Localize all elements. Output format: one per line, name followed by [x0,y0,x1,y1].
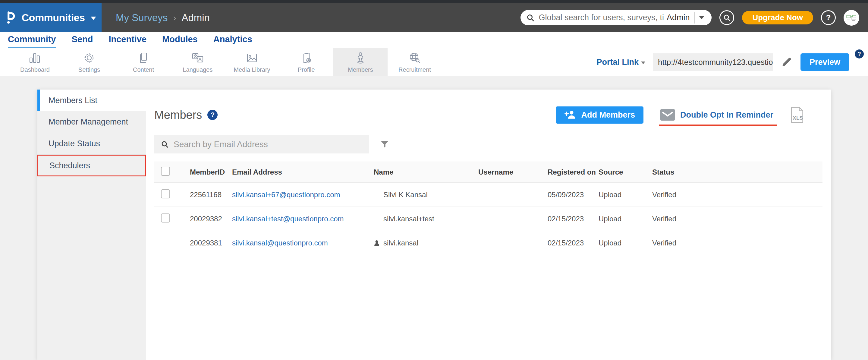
envelope-icon [660,109,675,121]
search-scope-dropdown[interactable] [695,10,709,25]
help-button[interactable]: ? [821,10,836,25]
tab-community[interactable]: Community [8,34,56,48]
status-cell: Verified [652,215,823,223]
member-id-cell: 20029381 [190,239,232,247]
table-row: 20029381 silvi.kansal@questionpro.com si… [154,231,823,255]
search-button[interactable] [719,10,734,25]
member-search [154,135,369,153]
translate-icon [191,51,204,64]
member-search-input[interactable] [174,140,363,149]
avatar-image [845,11,858,24]
person-icon [374,240,380,246]
source-cell: Upload [598,239,652,247]
globe-search-icon [408,51,421,64]
toolbar-item-settings[interactable]: Settings [62,48,116,76]
members-sidebar: Members List Member Management Update St… [37,90,146,360]
add-person-icon [564,110,576,120]
search-icon [527,14,534,22]
breadcrumb-my-surveys[interactable]: My Surveys [116,12,167,24]
email-link[interactable]: silvi.kansal+67@questionpro.com [232,190,340,199]
page-background: Members List Member Management Update St… [0,76,868,360]
global-search-scope[interactable]: Admin [667,13,690,22]
email-link[interactable]: silvi.kansal+test@questionpro.com [232,215,344,223]
section-toolbar: Dashboard Settings Content Languages [0,48,868,76]
gear-icon [83,51,96,64]
breadcrumb-separator: › [173,13,176,23]
row-checkbox[interactable] [161,189,170,199]
source-cell: Upload [598,215,652,223]
toolbar-item-dashboard[interactable]: Dashboard [8,48,62,76]
table-row: 22561168 silvi.kansal+67@questionpro.com… [154,183,823,207]
members-panel: Members List Member Management Update St… [37,90,831,360]
col-name: Name [374,168,478,176]
chevron-down-icon [91,17,96,20]
email-link[interactable]: silvi.kansal@questionpro.com [232,239,328,247]
global-search-input[interactable] [538,13,664,22]
member-id-cell: 20029382 [190,215,232,223]
status-cell: Verified [652,190,823,199]
brand-menu[interactable]: Communities [0,3,101,32]
toolbar-item-profile[interactable]: Profile [279,48,333,76]
registered-on-cell: 02/15/2023 [548,239,598,247]
name-cell: Silvi K Kansal [374,190,478,199]
search-icon [161,141,169,148]
members-table: MemberID Email Address Name Username Reg… [154,161,823,255]
name-cell: silvi.kansal [374,239,478,247]
edit-pencil-button[interactable] [781,56,793,68]
questionpro-logo-icon [5,11,16,25]
registered-on-cell: 02/15/2023 [548,215,598,223]
documents-icon [137,51,150,64]
xls-file-icon: XLS [790,107,804,123]
registered-on-cell: 05/09/2023 [548,190,598,199]
preview-button[interactable]: Preview [801,53,849,71]
search-icon [723,14,731,22]
browser-top-strip [0,0,868,3]
upgrade-now-button[interactable]: Upgrade Now [742,11,813,24]
name-cell: silvi.kansal+test [374,215,478,223]
toolbar-item-content[interactable]: Content [116,48,170,76]
toolbar-item-media-library[interactable]: Media Library [225,48,279,76]
sidebar-item-update-status[interactable]: Update Status [37,133,146,155]
table-header-row: MemberID Email Address Name Username Reg… [154,161,823,183]
member-id-cell: 22561168 [190,190,232,199]
app-bar: Communities My Surveys › Admin Admin Upg… [0,3,868,32]
profile-folder-icon [300,51,313,64]
page-title: Members [154,109,202,121]
col-member-id: MemberID [190,168,232,176]
tab-modules[interactable]: Modules [162,34,198,48]
sidebar-item-schedulers[interactable]: Schedulers [37,155,146,176]
filter-button[interactable] [381,141,389,148]
tab-analytics[interactable]: Analytics [213,34,252,48]
portal-url-field[interactable]: http://4testcommunity123.questionpro [653,53,773,71]
col-email: Email Address [232,168,374,176]
tab-send[interactable]: Send [72,34,93,48]
breadcrumb: My Surveys › Admin [116,3,210,32]
image-icon [245,51,258,64]
avatar[interactable] [844,10,859,26]
tab-incentive[interactable]: Incentive [108,34,147,48]
breadcrumb-current: Admin [181,12,210,24]
toolbar-item-languages[interactable]: Languages [170,48,225,76]
col-username: Username [478,168,548,176]
double-opt-in-reminder-button[interactable]: Double Opt In Reminder [660,109,773,121]
export-xls-button[interactable]: XLS [790,107,804,123]
sidebar-item-members-list[interactable]: Members List [37,90,146,111]
global-search: Admin [521,10,712,25]
pencil-icon [781,56,793,68]
col-source: Source [598,168,652,176]
select-all-checkbox[interactable] [161,167,170,176]
members-help-icon[interactable]: ? [207,110,218,120]
toolbar-item-members[interactable]: Members [333,48,388,76]
preview-help-badge[interactable]: ? [855,50,864,59]
row-checkbox[interactable] [161,213,170,222]
toolbar-item-recruitment[interactable]: Recruitment [388,48,442,76]
chevron-down-icon [699,16,704,19]
sidebar-item-member-management[interactable]: Member Management [37,111,146,133]
status-cell: Verified [652,239,823,247]
community-nav-tabs: Community Send Incentive Modules Analyti… [0,32,868,48]
source-cell: Upload [598,190,652,199]
portal-link-dropdown[interactable]: Portal Link [596,58,645,67]
bar-chart-icon [28,51,41,64]
brand-product-label: Communities [22,12,85,24]
add-members-button[interactable]: Add Members [556,107,644,124]
